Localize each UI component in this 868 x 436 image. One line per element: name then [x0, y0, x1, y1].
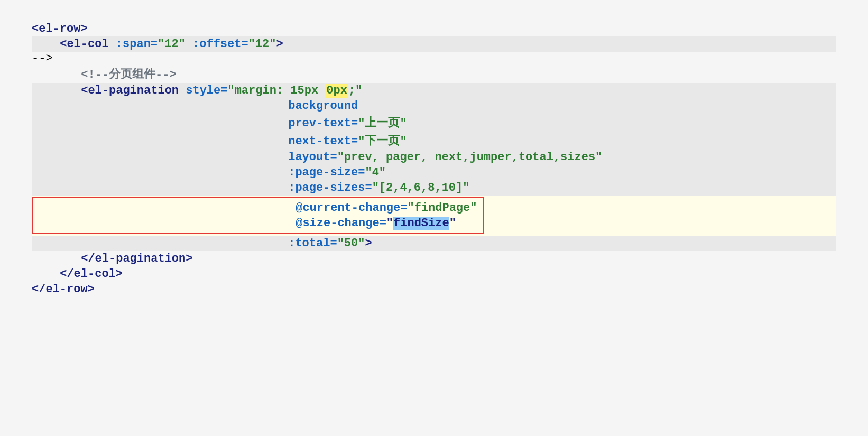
attr-next-text: next-text=	[288, 135, 358, 148]
attr-offset-val: "12"	[248, 38, 276, 51]
attr-current-change-val: "findPage"	[407, 201, 477, 215]
code-line-1: <el-row>	[32, 21, 836, 36]
code-line-5: background	[32, 98, 836, 114]
tag-el-col-close: </el-col>	[60, 267, 123, 281]
tag-el-pagination-open: <el-pagination	[81, 84, 186, 97]
code-line-13: :total="50">	[32, 236, 836, 251]
comment-pagination: <!--分页组件-->	[81, 68, 176, 81]
code-line-4: <el-pagination style="margin: 15px 0px;"	[32, 83, 836, 98]
code-line-6: prev-text="上一页"	[32, 114, 836, 132]
attr-style-val: "margin: 15px 0px;"	[227, 84, 362, 98]
attr-total: :total=	[288, 237, 337, 250]
attr-current-change: @current-change=	[296, 201, 407, 215]
code-block: <el-row> <el-col :span="12" :offset="12"…	[32, 21, 836, 297]
tag-el-row-open: <el-row>	[32, 22, 88, 35]
tag-el-row-close: </el-row>	[32, 283, 95, 296]
selected-text-findsize: findSize	[393, 217, 449, 230]
code-line-8: layout="prev, pager, next,jumper,total,s…	[32, 150, 836, 165]
code-line-12: @size-change="findSize"	[39, 216, 477, 231]
code-line-10: :page-sizes="[2,4,6,8,10]"	[32, 180, 836, 196]
code-line-2: <el-col :span="12" :offset="12">	[32, 36, 836, 52]
attr-span: :span=	[116, 38, 158, 51]
attr-size-change: @size-change=	[296, 217, 386, 230]
attr-background: background	[288, 99, 358, 113]
attr-next-text-val: "下一页"	[358, 135, 407, 148]
code-line-14: </el-pagination>	[32, 251, 836, 266]
code-line-16: </el-row>	[32, 282, 836, 297]
attr-page-size: :page-size=	[288, 166, 365, 179]
attr-page-sizes-val: "[2,4,6,8,10]"	[372, 181, 470, 194]
attr-style: style=	[186, 84, 227, 97]
tag-el-col-open: <el-col	[60, 38, 116, 51]
attr-prev-text-val: "上一页"	[358, 117, 407, 130]
code-line-7: next-text="下一页"	[32, 132, 836, 150]
attr-layout: layout=	[288, 151, 337, 164]
attr-total-val: "50"	[337, 237, 365, 250]
event-handlers-group: @current-change="findPage" @size-change=…	[32, 196, 836, 236]
attr-offset: :offset=	[192, 38, 248, 51]
attr-span-val: "12"	[158, 38, 186, 51]
attr-layout-val: "prev, pager, next,jumper,total,sizes"	[337, 151, 603, 164]
code-line-9: :page-size="4"	[32, 165, 836, 180]
attr-page-size-val: "4"	[365, 166, 386, 179]
attr-prev-text: prev-text=	[288, 117, 358, 130]
tag-el-pagination-close: </el-pagination>	[81, 252, 192, 265]
red-box-events: @current-change="findPage" @size-change=…	[32, 197, 484, 234]
attr-page-sizes: :page-sizes=	[288, 181, 372, 194]
code-line-11: @current-change="findPage"	[39, 200, 477, 216]
code-line-3: <!--分页组件-->	[32, 65, 836, 83]
code-editor: <el-row> <el-col :span="12" :offset="12"…	[0, 0, 868, 436]
code-line-15: </el-col>	[32, 266, 836, 282]
